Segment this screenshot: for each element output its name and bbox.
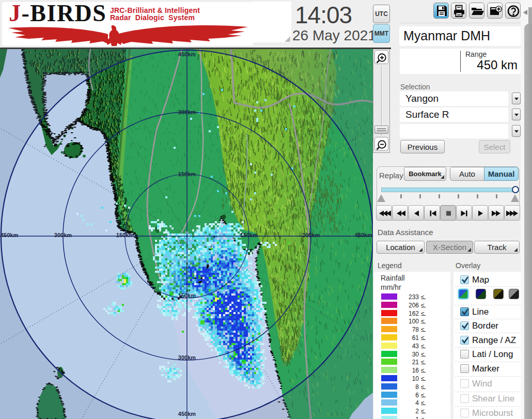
svg-text:150km: 150km [116, 232, 134, 238]
svg-text:450km: 450km [355, 232, 372, 238]
svg-text:300km: 300km [178, 354, 196, 361]
svg-text:300km: 300km [54, 232, 72, 238]
svg-text:300km: 300km [178, 109, 196, 115]
svg-text:150km: 150km [178, 292, 196, 299]
svg-text:450km: 450km [178, 411, 196, 417]
svg-text:450km: 450km [178, 51, 196, 57]
svg-text:450km: 450km [1, 232, 18, 238]
svg-text:150km: 150km [178, 171, 196, 177]
svg-text:150km: 150km [240, 232, 258, 238]
svg-text:300km: 300km [302, 232, 320, 238]
